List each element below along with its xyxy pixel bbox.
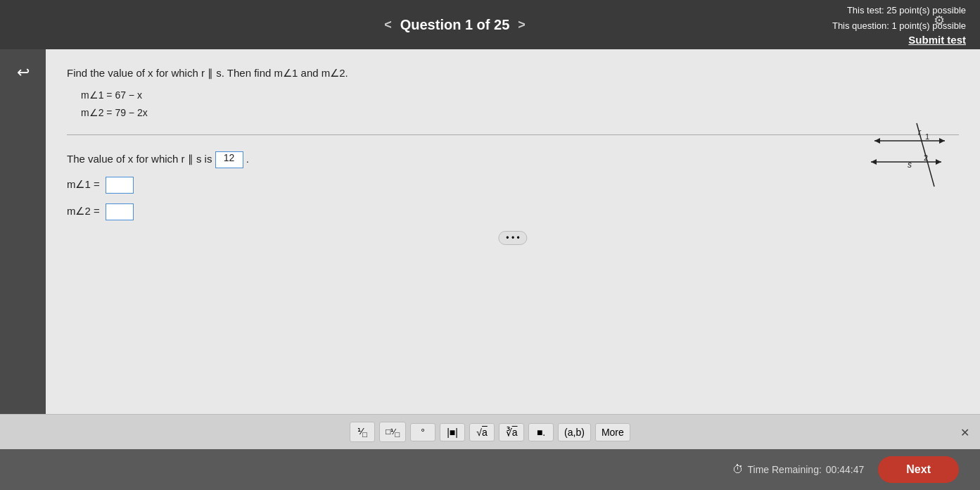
answer-period: . [246,153,249,165]
next-button[interactable]: Next [878,456,959,483]
fraction-button[interactable]: ⅟□ [350,422,375,442]
angle2-label: m∠2 = [67,205,100,217]
left-sidebar: ↩ [0,49,46,414]
back-arrow-icon[interactable]: ↩ [17,63,30,82]
svg-text:r: r [918,127,922,137]
answer-x-box: 12 [215,151,243,168]
svg-marker-2 [874,138,880,144]
time-remaining-value: 00:44:47 [826,464,865,475]
svg-marker-5 [871,159,877,165]
question-instruction: Find the value of x for which r ∥ s. The… [67,67,959,80]
formula-angle2: m∠2 = 79 − 2x [81,104,959,122]
answer-x-value: 12 [224,152,235,163]
svg-text:2: 2 [924,153,928,162]
sqrt-button[interactable]: √a [469,423,495,441]
geometry-diagram: r 1 s 2 [867,120,952,190]
question-counter: Question 1 of 25 [400,17,510,33]
top-bar-center: < Question 1 of 25 > [384,17,526,33]
cbrt-button[interactable]: ∛a [499,423,524,441]
svg-marker-4 [936,159,941,165]
svg-text:1: 1 [925,132,929,141]
math-toolbar: ⅟□ □⅟□ ° |■| √a ∛a ■. (a,b) More ✕ [0,414,980,449]
degree-button[interactable]: ° [410,423,435,441]
formula-angle1: m∠1 = 67 − x [81,87,959,104]
absolute-value-button[interactable]: |■| [440,423,465,441]
test-info-line2: This question: 1 point(s) possible [832,19,966,33]
answer-prefix-text: The value of x for which r ∥ s is [67,153,212,165]
mixed-fraction-button[interactable]: □⅟□ [379,422,406,442]
decimal-button[interactable]: ■. [528,423,554,441]
clock-icon: ⏱ [732,463,744,476]
angle1-answer-line: m∠1 = [67,177,959,194]
more-math-button[interactable]: More [595,423,630,441]
next-question-arrow[interactable]: > [518,18,526,32]
more-info-button[interactable]: • • • [498,231,527,245]
bottom-bar: ⏱ Time Remaining: 00:44:47 Next [0,449,980,490]
angle1-label: m∠1 = [67,178,100,190]
angle1-input[interactable] [106,177,133,193]
angle2-input[interactable] [106,204,133,220]
submit-test-button[interactable]: Submit test [908,34,966,46]
content-panel: r 1 s 2 Find the value of x for which r … [46,49,980,414]
svg-marker-1 [939,138,945,144]
answer-section: The value of x for which r ∥ s is 12 . m… [67,151,959,229]
formula-block: m∠1 = 67 − x m∠2 = 79 − 2x [81,87,959,122]
angle2-answer-line: m∠2 = [67,203,959,220]
time-remaining-display: ⏱ Time Remaining: 00:44:47 [732,463,865,476]
time-remaining-label: Time Remaining: [748,464,822,475]
close-toolbar-button[interactable]: ✕ [960,425,969,439]
divider [67,134,959,135]
prev-question-arrow[interactable]: < [384,18,392,32]
ordered-pair-button[interactable]: (a,b) [558,423,591,441]
gear-icon[interactable]: ⚙ [934,13,945,28]
answer-x-line: The value of x for which r ∥ s is 12 . [67,151,959,168]
test-info-line1: This test: 25 point(s) possible [847,4,966,18]
svg-text:s: s [908,160,912,170]
